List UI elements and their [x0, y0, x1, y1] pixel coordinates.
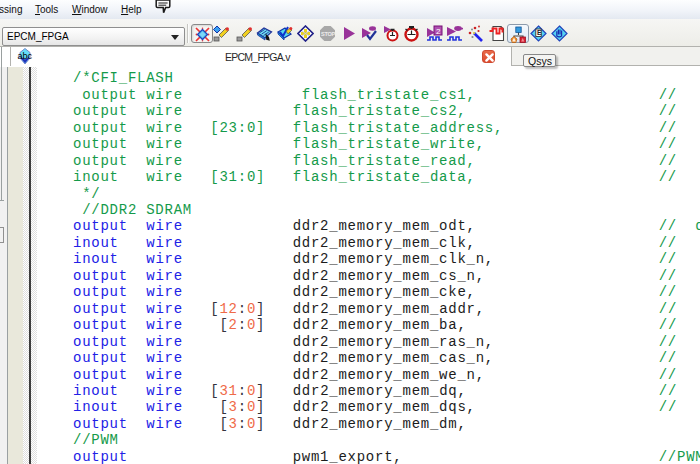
svg-text:STOP: STOP — [321, 31, 335, 37]
svg-text:2: 2 — [436, 27, 441, 36]
svg-text:E: E — [537, 29, 542, 36]
svg-text:abc: abc — [18, 51, 33, 61]
